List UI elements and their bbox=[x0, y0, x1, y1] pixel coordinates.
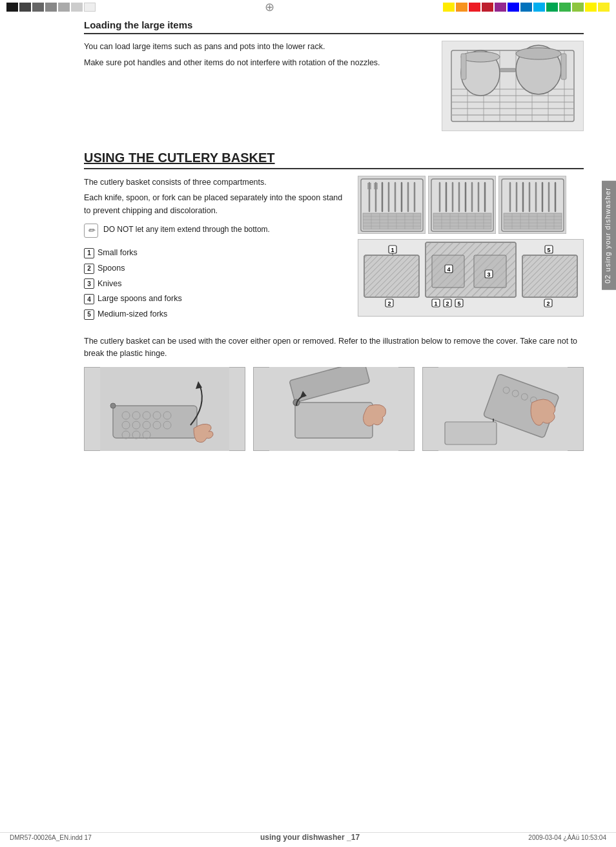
basket-img-center bbox=[428, 176, 496, 234]
svg-rect-86 bbox=[364, 255, 419, 297]
footer-page-number: using your dishwasher _17 bbox=[260, 833, 360, 842]
svg-rect-145 bbox=[445, 422, 497, 444]
svg-point-17 bbox=[516, 48, 561, 59]
svg-text:4: 4 bbox=[447, 266, 450, 273]
basket-img-left bbox=[358, 176, 426, 234]
loading-content: You can load large items such as pans an… bbox=[84, 41, 584, 131]
swatch bbox=[6, 3, 18, 12]
cutlery-images: 1 4 3 bbox=[358, 176, 584, 317]
swatch bbox=[520, 3, 532, 12]
swatch bbox=[45, 3, 57, 12]
chapter-side-tab: 02 using your dishwasher bbox=[602, 181, 616, 290]
svg-text:3: 3 bbox=[487, 271, 490, 278]
section-cutlery-title: USING THE CUTLERY BASKET bbox=[84, 151, 584, 169]
swatch bbox=[469, 3, 480, 12]
cover-img-2 bbox=[253, 367, 415, 451]
swatch bbox=[84, 3, 96, 12]
items-list: 1 Small forks 2 Spoons 3 Knives 4 Large … bbox=[84, 246, 345, 322]
loading-para2: Make sure pot handles and other items do… bbox=[84, 57, 429, 69]
color-registration-bar: ⊕ bbox=[0, 0, 616, 14]
svg-rect-19 bbox=[561, 54, 566, 79]
swatch bbox=[19, 3, 31, 12]
swatch bbox=[71, 3, 83, 12]
footer-filename: DMR57-00026A_EN.indd 17 bbox=[10, 834, 92, 841]
swatch bbox=[559, 3, 571, 12]
cover-img-1 bbox=[84, 367, 245, 451]
svg-rect-106 bbox=[522, 255, 577, 297]
swatch bbox=[58, 3, 70, 12]
svg-text:2: 2 bbox=[546, 300, 549, 307]
cutlery-para1: The cutlery basket consists of three com… bbox=[84, 176, 345, 189]
swatch bbox=[32, 3, 44, 12]
swatch bbox=[456, 3, 467, 12]
swatch bbox=[508, 3, 519, 12]
cover-removal-section: The cutlery basket can be used with the … bbox=[84, 335, 584, 452]
list-item: 5 Medium-sized forks bbox=[84, 307, 345, 322]
cutlery-text-area: The cutlery basket consists of three com… bbox=[84, 176, 345, 322]
swatch bbox=[572, 3, 584, 12]
svg-rect-132 bbox=[295, 403, 373, 438]
loading-image bbox=[442, 41, 584, 131]
registration-crosshair: ⊕ bbox=[96, 0, 443, 14]
basket-top-images bbox=[358, 176, 584, 234]
svg-text:2: 2 bbox=[446, 300, 449, 307]
swatch bbox=[482, 3, 493, 12]
svg-rect-18 bbox=[461, 54, 466, 79]
basket-img-right bbox=[498, 176, 566, 234]
swatch bbox=[546, 3, 558, 12]
svg-rect-21 bbox=[363, 213, 421, 229]
color-swatches-right bbox=[443, 3, 616, 12]
swatch bbox=[533, 3, 545, 12]
list-item: 1 Small forks bbox=[84, 246, 345, 261]
svg-rect-45 bbox=[433, 213, 491, 229]
svg-point-130 bbox=[110, 403, 116, 408]
rack-svg bbox=[448, 44, 577, 128]
svg-text:5: 5 bbox=[547, 247, 550, 253]
note-text: DO NOT let any item extend through the b… bbox=[103, 224, 270, 236]
large-spoons-label: Large spoons and forks bbox=[98, 291, 182, 307]
loading-text: You can load large items such as pans an… bbox=[84, 41, 429, 69]
page-content: Loading the large items You can load lar… bbox=[84, 0, 584, 451]
swatch bbox=[443, 3, 455, 12]
note-box: ✏ DO NOT let any item extend through the… bbox=[84, 224, 345, 238]
svg-rect-15 bbox=[500, 68, 516, 72]
section-loading-title: Loading the large items bbox=[84, 19, 584, 34]
svg-point-14 bbox=[461, 52, 500, 62]
svg-text:1: 1 bbox=[391, 247, 394, 253]
svg-text:1: 1 bbox=[434, 300, 437, 307]
svg-text:2: 2 bbox=[387, 300, 391, 307]
cover-img-3 bbox=[422, 367, 584, 451]
svg-rect-65 bbox=[504, 213, 562, 229]
page-footer: DMR57-00026A_EN.indd 17 using your dishw… bbox=[0, 832, 616, 842]
footer-timestamp: 2009-03-04 ¿ÀÀü 10:53:04 bbox=[528, 834, 606, 841]
cover-images bbox=[84, 367, 584, 451]
swatch bbox=[598, 3, 610, 12]
svg-text:5: 5 bbox=[457, 300, 460, 307]
swatch bbox=[495, 3, 506, 12]
color-swatches-left bbox=[0, 3, 96, 12]
cover-removal-text: The cutlery basket can be used with the … bbox=[84, 335, 584, 360]
cutlery-para2: Each knife, spoon, or fork can be placed… bbox=[84, 191, 345, 217]
loading-para1: You can load large items such as pans an… bbox=[84, 41, 429, 53]
section-cutlery: USING THE CUTLERY BASKET The cutlery bas… bbox=[84, 151, 584, 451]
section-loading: Loading the large items You can load lar… bbox=[84, 19, 584, 131]
swatch bbox=[585, 3, 597, 12]
list-item: 3 Knives bbox=[84, 277, 345, 292]
note-icon: ✏ bbox=[84, 224, 98, 238]
list-item-large-spoons: 4 Large spoons and forks bbox=[84, 291, 345, 307]
cutlery-content: The cutlery basket consists of three com… bbox=[84, 176, 584, 322]
list-item: 2 Spoons bbox=[84, 261, 345, 277]
basket-bottom-diagram: 1 4 3 bbox=[358, 239, 584, 317]
